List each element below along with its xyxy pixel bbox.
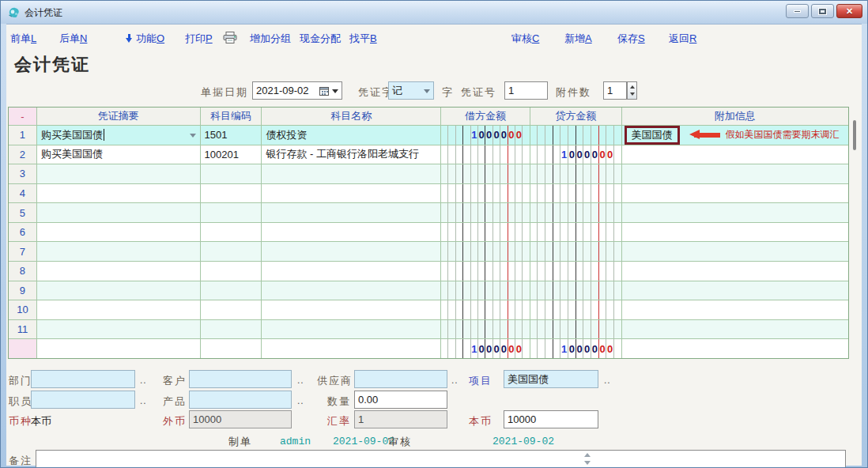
toolbar-right-1[interactable]: 新增A	[564, 32, 592, 46]
credit-amount-cell[interactable]	[530, 320, 622, 339]
local-input[interactable]: 10000	[504, 410, 598, 428]
debit-amount-cell[interactable]	[441, 320, 530, 339]
extra-info-cell[interactable]	[622, 145, 848, 164]
quantity-input[interactable]: 0.00	[354, 391, 447, 409]
summary-cell[interactable]	[37, 300, 201, 319]
amount-digit-grid[interactable]	[530, 184, 621, 203]
credit-amount-cell[interactable]	[530, 281, 622, 300]
vertical-scrollbar-thumb[interactable]	[853, 120, 856, 150]
amount-digit-grid[interactable]	[530, 126, 621, 145]
debit-amount-cell[interactable]	[441, 223, 530, 242]
staff-input[interactable]	[31, 391, 135, 409]
dept-input[interactable]	[31, 370, 135, 388]
account-name-cell[interactable]	[262, 262, 441, 281]
summary-cell[interactable]	[37, 320, 201, 339]
amount-digit-grid[interactable]	[441, 184, 530, 203]
amount-digit-grid[interactable]	[530, 281, 621, 300]
debit-amount-cell[interactable]	[441, 145, 530, 164]
extra-info-cell[interactable]	[622, 320, 848, 339]
account-name-cell[interactable]	[262, 164, 441, 183]
voucher-word-select[interactable]: 记	[388, 81, 434, 100]
amount-digit-grid[interactable]: 1000000	[530, 145, 621, 164]
credit-amount-cell[interactable]	[530, 223, 622, 242]
attachment-input[interactable]: 1	[603, 81, 627, 100]
extra-info-cell[interactable]	[622, 281, 848, 300]
amount-digit-grid[interactable]	[441, 164, 530, 183]
credit-amount-cell[interactable]	[530, 262, 622, 281]
amount-digit-grid[interactable]	[441, 281, 530, 300]
account-code-cell[interactable]	[201, 320, 262, 339]
account-name-cell[interactable]	[262, 203, 441, 222]
voucher-no-input[interactable]: 1	[504, 81, 548, 100]
amount-digit-grid[interactable]	[441, 223, 530, 242]
amount-digit-grid[interactable]	[530, 300, 621, 319]
extra-info-cell[interactable]	[622, 223, 848, 242]
toolbar-left-0[interactable]: 前单L	[10, 32, 36, 46]
credit-amount-cell[interactable]	[530, 242, 622, 261]
credit-amount-cell[interactable]	[530, 203, 622, 222]
summary-cell[interactable]	[37, 203, 201, 222]
amount-digit-grid[interactable]	[530, 223, 621, 242]
account-name-cell[interactable]	[262, 223, 441, 242]
account-code-cell[interactable]	[201, 184, 262, 203]
account-name-cell[interactable]: 银行存款 - 工商银行洛阳老城支行	[262, 145, 441, 164]
toolbar-left-1[interactable]: 后单N	[59, 32, 87, 46]
project-lookup-button[interactable]: ..	[604, 375, 611, 386]
note-spinner[interactable]	[583, 452, 592, 466]
summary-cell[interactable]	[37, 262, 201, 281]
account-name-cell[interactable]	[262, 300, 441, 319]
account-code-cell[interactable]	[201, 262, 262, 281]
note-input[interactable]	[36, 450, 846, 468]
toolbar-left-7[interactable]: 找平B	[349, 32, 377, 46]
rate-input[interactable]: 1	[354, 410, 447, 428]
amount-digit-grid[interactable]	[441, 203, 530, 222]
debit-amount-cell[interactable]	[441, 262, 530, 281]
extra-info-cell[interactable]	[622, 242, 848, 261]
amount-digit-grid[interactable]	[530, 242, 621, 261]
summary-cell[interactable]	[37, 281, 201, 300]
staff-lookup-button[interactable]: ..	[140, 395, 147, 406]
summary-cell[interactable]: 购买美国国债	[37, 126, 201, 145]
foreign-input[interactable]: 10000	[189, 410, 292, 428]
account-code-cell[interactable]: 1501	[201, 126, 262, 145]
account-code-cell[interactable]	[201, 300, 262, 319]
summary-cell[interactable]	[37, 242, 201, 261]
account-code-cell[interactable]	[201, 203, 262, 222]
amount-digit-grid[interactable]	[530, 320, 621, 339]
credit-amount-cell[interactable]	[530, 184, 622, 203]
debit-amount-cell[interactable]	[441, 184, 530, 203]
account-code-cell[interactable]	[201, 164, 262, 183]
amount-digit-grid[interactable]	[441, 320, 530, 339]
account-name-cell[interactable]	[262, 242, 441, 261]
extra-info-cell[interactable]	[622, 203, 848, 222]
summary-cell[interactable]	[37, 164, 201, 183]
toolbar-right-0[interactable]: 审核C	[511, 32, 539, 46]
extra-info-cell[interactable]: 美国国债假如美国国债需要期末调汇	[622, 126, 848, 145]
customer-input[interactable]	[189, 370, 292, 388]
doc-date-input[interactable]: 2021-09-02	[252, 81, 342, 100]
credit-amount-cell[interactable]	[530, 126, 622, 145]
date-dropdown-icon[interactable]	[332, 89, 338, 93]
account-code-cell[interactable]	[201, 242, 262, 261]
account-code-cell[interactable]	[201, 223, 262, 242]
minimize-button[interactable]	[786, 4, 809, 18]
toolbar-right-3[interactable]: 返回R	[669, 32, 696, 46]
extra-info-cell[interactable]	[622, 262, 848, 281]
account-name-cell[interactable]	[262, 184, 441, 203]
amount-digit-grid[interactable]	[530, 262, 621, 281]
debit-amount-cell[interactable]	[441, 164, 530, 183]
product-input[interactable]	[189, 391, 292, 409]
amount-digit-grid[interactable]	[441, 145, 530, 164]
summary-cell[interactable]	[37, 223, 201, 242]
toolbar-right-2[interactable]: 保存S	[617, 32, 645, 46]
toolbar-left-3[interactable]: 打印P	[185, 32, 213, 46]
supplier-lookup-button[interactable]: ..	[451, 375, 459, 386]
amount-digit-grid[interactable]	[530, 164, 621, 183]
debit-amount-cell[interactable]	[441, 281, 530, 300]
printer-icon-button[interactable]	[223, 32, 238, 46]
customer-lookup-button[interactable]: ..	[297, 375, 304, 386]
account-name-cell[interactable]	[262, 320, 441, 339]
project-input[interactable]: 美国国债	[504, 370, 598, 388]
summary-cell[interactable]	[37, 184, 201, 203]
amount-digit-grid[interactable]	[441, 300, 530, 319]
